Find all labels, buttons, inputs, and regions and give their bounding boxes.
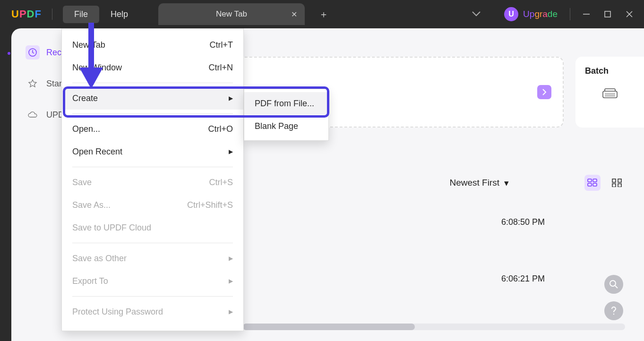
sort-label-text: Newest First (449, 178, 499, 188)
upgrade-label: Upgrade (523, 9, 558, 19)
menu-item-new-window[interactable]: New Window Ctrl+N (62, 56, 243, 79)
menu-shortcut: Ctrl+Shift+S (187, 200, 233, 210)
menu-file[interactable]: File (63, 6, 99, 23)
menu-item-open-recent[interactable]: Open Recent ▶ (62, 140, 243, 163)
menu-item-label: Create (72, 94, 98, 103)
file-time: 6:08:50 PM (501, 217, 545, 227)
menu-item-label: New Tab (72, 40, 105, 50)
menu-separator (72, 243, 233, 243)
menu-item-label: Save (72, 178, 92, 188)
menu-item-label: Export To (72, 276, 108, 286)
menu-item-save-other: Save as Other ▶ (62, 247, 243, 270)
svg-rect-9 (593, 183, 597, 186)
menu-shortcut: Ctrl+T (210, 40, 233, 50)
view-grid-button[interactable] (609, 175, 625, 191)
menu-item-save-cloud: Save to UPDF Cloud (62, 216, 243, 239)
menu-item-label: PDF from File... (255, 99, 314, 109)
minimize-icon[interactable] (583, 10, 592, 18)
file-time: 6:06:21 PM (501, 274, 545, 284)
tab-title: New Tab (216, 9, 247, 19)
scanner-icon[interactable] (602, 87, 618, 100)
menu-item-label: New Window (72, 63, 122, 73)
sort-dropdown[interactable]: Newest First ▾ (449, 178, 509, 188)
tab-add-icon[interactable]: ＋ (319, 8, 328, 21)
submenu-item-blank-page[interactable]: Blank Page (244, 115, 328, 137)
file-menu-dropdown: New Tab Ctrl+T New Window Ctrl+N Create … (61, 28, 244, 331)
svg-rect-6 (588, 179, 592, 182)
close-icon[interactable] (626, 11, 635, 17)
upgrade-button[interactable]: U Upgrade (504, 7, 558, 21)
svg-rect-3 (603, 91, 617, 98)
batch-panel: Batch (575, 57, 644, 128)
menu-item-label: Blank Page (255, 121, 298, 131)
svg-point-14 (610, 281, 616, 286)
menu-help[interactable]: Help (99, 6, 139, 23)
menu-item-label: Open... (72, 124, 100, 134)
submenu-arrow-icon: ▶ (229, 95, 233, 102)
view-list-button[interactable] (584, 175, 601, 191)
scrollbar-thumb[interactable] (243, 324, 415, 330)
svg-point-16 (613, 314, 614, 315)
help-fab[interactable] (604, 301, 623, 320)
menu-item-export: Export To ▶ (62, 270, 243, 292)
svg-rect-8 (588, 183, 592, 186)
menu-item-new-tab[interactable]: New Tab Ctrl+T (62, 34, 243, 56)
menu-item-label: Protect Using Password (72, 307, 163, 317)
menu-item-save-as: Save As... Ctrl+Shift+S (62, 194, 243, 216)
separator (570, 8, 570, 20)
next-icon[interactable] (537, 85, 551, 99)
menu-shortcut: Ctrl+S (209, 178, 233, 188)
menu-shortcut: Ctrl+N (208, 63, 233, 73)
menu-separator (72, 83, 233, 83)
menu-separator (72, 167, 233, 167)
submenu-arrow-icon: ▶ (229, 148, 233, 155)
submenu-arrow-icon: ▶ (229, 278, 233, 284)
svg-rect-11 (618, 179, 621, 182)
titlebar: UPDF File Help New Tab ✕ ＋ U Upgrade (0, 0, 644, 28)
menu-shortcut: Ctrl+O (208, 124, 233, 134)
svg-rect-12 (612, 184, 616, 187)
cloud-icon (26, 108, 40, 122)
menu-item-label: Save As... (72, 200, 111, 210)
submenu-item-pdf-from-file[interactable]: PDF from File... (244, 92, 328, 115)
batch-title: Batch (585, 66, 609, 76)
svg-rect-1 (605, 11, 610, 17)
tab-close-icon[interactable]: ✕ (291, 10, 297, 19)
separator (52, 9, 52, 20)
chevron-down-icon[interactable] (472, 11, 481, 17)
menu-item-save: Save Ctrl+S (62, 171, 243, 194)
svg-rect-13 (618, 184, 621, 187)
active-indicator (8, 52, 10, 55)
submenu-arrow-icon: ▶ (229, 255, 233, 262)
svg-rect-10 (612, 179, 616, 182)
svg-line-15 (615, 286, 618, 288)
create-submenu: PDF from File... Blank Page (244, 89, 329, 141)
tab[interactable]: New Tab ✕ (158, 3, 305, 25)
menu-item-label: Save as Other (72, 254, 127, 264)
user-avatar-icon: U (504, 7, 518, 21)
search-fab[interactable] (604, 275, 623, 294)
clock-icon (26, 45, 40, 60)
star-icon (26, 77, 40, 91)
menu-item-create[interactable]: Create ▶ (62, 87, 243, 110)
menu-item-open[interactable]: Open... Ctrl+O (62, 118, 243, 140)
menu-item-label: Save to UPDF Cloud (72, 223, 151, 233)
menu-separator (72, 296, 233, 297)
maximize-icon[interactable] (604, 11, 614, 17)
app-logo: UPDF (11, 8, 42, 20)
svg-rect-7 (593, 179, 597, 182)
submenu-arrow-icon: ▶ (229, 308, 233, 315)
menu-item-protect: Protect Using Password ▶ (62, 300, 243, 323)
menu-item-label: Open Recent (72, 147, 122, 157)
menu-separator (72, 113, 233, 114)
horizontal-scrollbar[interactable] (243, 324, 625, 330)
titlebar-right: U Upgrade (472, 7, 635, 21)
caret-down-icon: ▾ (504, 178, 509, 188)
